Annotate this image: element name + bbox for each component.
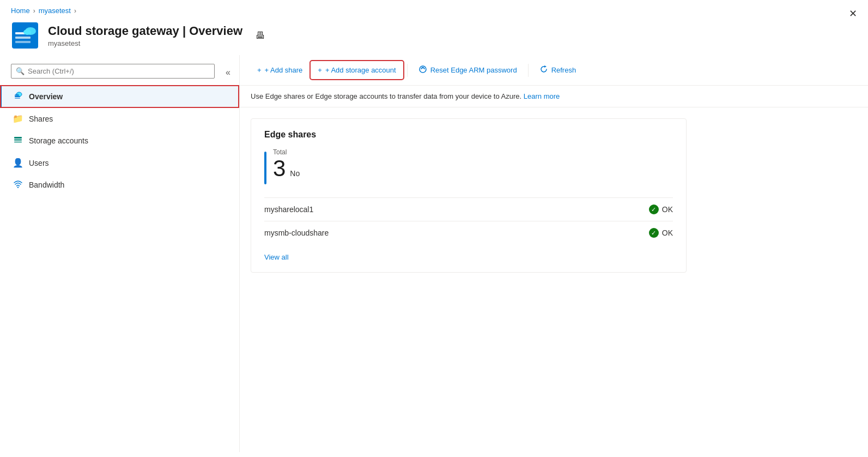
nav-bandwidth-label: Bandwidth (29, 181, 64, 189)
nav-users-label: Users (29, 159, 49, 167)
nav-bandwidth[interactable]: Bandwidth (0, 173, 239, 196)
nav-shares[interactable]: 📁 Shares (0, 108, 239, 129)
reset-arm-label: Reset Edge ARM password (430, 66, 517, 74)
breadcrumb-sep-1: › (33, 7, 35, 15)
collapse-sidebar-button[interactable]: « (221, 65, 235, 80)
status-ok-icon-2: ✓ (649, 228, 659, 238)
close-button[interactable]: ✕ (849, 9, 857, 19)
breadcrumb-resource[interactable]: myasetest (39, 7, 71, 15)
svg-rect-10 (14, 137, 22, 139)
add-storage-icon: + (318, 66, 322, 74)
description-text: Use Edge shares or Edge storage accounts… (251, 92, 521, 100)
nav-overview[interactable]: Overview (0, 85, 239, 108)
svg-rect-9 (15, 98, 20, 99)
page-header-text: Cloud storage gateway | Overview myasete… (48, 23, 242, 47)
share-status-1: ✓ OK (649, 205, 673, 214)
content-area: + + Add share + + Add storage account (240, 55, 868, 452)
svg-rect-12 (14, 141, 22, 143)
wifi-icon (13, 179, 23, 191)
add-storage-account-label: + Add storage account (325, 66, 396, 74)
svg-rect-11 (14, 139, 22, 141)
page-subtitle: myasetest (48, 39, 242, 47)
breadcrumb-sep-2: › (74, 7, 76, 15)
folder-icon: 📁 (13, 113, 23, 124)
add-share-button[interactable]: + + Add share (251, 62, 309, 79)
card-title: Edge shares (264, 130, 673, 140)
nav-overview-label: Overview (29, 92, 63, 101)
total-suffix: No (290, 169, 300, 178)
svg-point-15 (422, 67, 423, 69)
share-status-text-2: OK (662, 229, 673, 237)
refresh-label: Refresh (551, 66, 576, 74)
share-status-2: ✓ OK (649, 228, 673, 238)
nav-storage-accounts[interactable]: Storage accounts (0, 129, 239, 152)
total-count-row: 3 No (273, 157, 300, 180)
svg-rect-8 (15, 96, 20, 97)
add-storage-account-button[interactable]: + + Add storage account (311, 62, 402, 79)
breadcrumb: Home › myasetest › (0, 0, 868, 19)
svg-rect-2 (15, 37, 31, 39)
share-status-text-1: OK (662, 205, 673, 214)
service-icon (11, 21, 39, 50)
share-item-2: mysmb-cloudshare ✓ OK (264, 221, 673, 244)
user-icon: 👤 (13, 158, 23, 168)
svg-rect-3 (15, 41, 31, 43)
sidebar: 🔍 « Overview 📁 Sh (0, 55, 240, 452)
edge-shares-card: Edge shares Total 3 No mysh (251, 118, 687, 273)
svg-point-5 (23, 29, 31, 35)
nav-users[interactable]: 👤 Users (0, 152, 239, 173)
nav-storage-accounts-label: Storage accounts (29, 136, 88, 145)
toolbar: + + Add share + + Add storage account (240, 55, 868, 86)
breadcrumb-home[interactable]: Home (11, 7, 30, 15)
nav-shares-label: Shares (29, 115, 53, 123)
refresh-icon (539, 65, 548, 75)
share-name-2: mysmb-cloudshare (264, 229, 329, 237)
total-label: Total (273, 148, 300, 156)
description: Use Edge shares or Edge storage accounts… (240, 86, 868, 107)
search-box[interactable]: 🔍 (11, 64, 215, 79)
total-bar (264, 152, 266, 184)
learn-more-link[interactable]: Learn more (524, 92, 560, 100)
page-title: Cloud storage gateway | Overview (48, 23, 242, 39)
add-share-icon: + (257, 66, 262, 74)
reset-arm-password-button[interactable]: Reset Edge ARM password (412, 61, 524, 80)
status-ok-icon-1: ✓ (649, 205, 659, 214)
share-name-1: mysharelocal1 (264, 205, 313, 214)
search-icon: 🔍 (16, 67, 25, 75)
print-icon[interactable]: 🖶 (256, 30, 265, 41)
card-area: Edge shares Total 3 No mysh (240, 107, 868, 284)
svg-rect-0 (12, 22, 38, 49)
share-item-1: mysharelocal1 ✓ OK (264, 197, 673, 221)
refresh-button[interactable]: Refresh (533, 61, 583, 80)
overview-icon (13, 91, 23, 103)
lock-icon (418, 65, 427, 75)
add-share-label: + Add share (265, 66, 303, 74)
page-header: Cloud storage gateway | Overview myasete… (0, 19, 868, 55)
total-text: Total 3 No (273, 148, 300, 180)
toolbar-separator-2 (528, 64, 529, 77)
svg-point-13 (17, 187, 19, 188)
total-section: Total 3 No (264, 148, 673, 184)
total-count: 3 (273, 157, 286, 180)
search-input[interactable] (28, 67, 210, 75)
storage-icon (13, 135, 23, 147)
toolbar-separator (407, 64, 408, 77)
view-all-link[interactable]: View all (264, 253, 289, 261)
